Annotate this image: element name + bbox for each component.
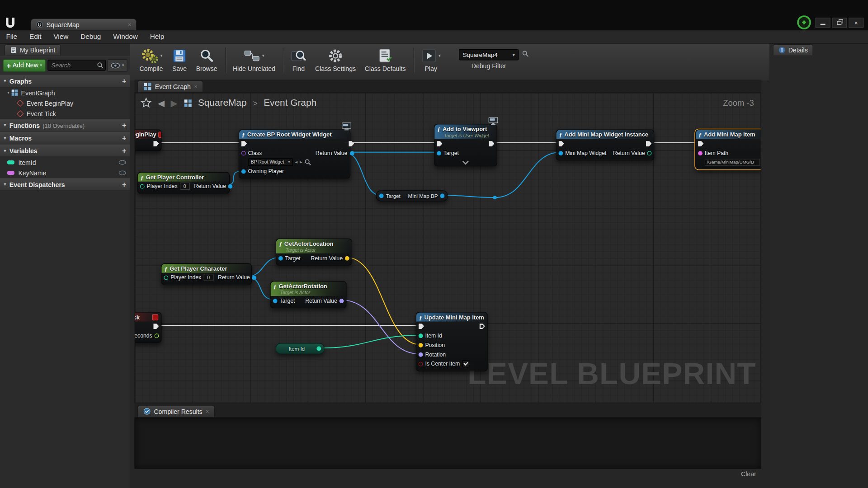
browse-to-icon[interactable]: ▸ <box>300 160 302 165</box>
section-header-event-dispatchers[interactable]: ▾Event Dispatchers+ <box>0 178 130 191</box>
object-pin[interactable] <box>349 151 354 155</box>
list-item-eventgraph[interactable]: ▾EventGraph <box>0 87 130 98</box>
eye-closed-icon[interactable] <box>118 170 126 175</box>
tab-event-graph[interactable]: Event Graph × <box>137 80 203 93</box>
menu-file[interactable]: File <box>0 30 24 43</box>
section-header-functions[interactable]: ▾Functions(18 Overridable)+ <box>0 119 130 131</box>
add-macros-button[interactable]: + <box>122 134 126 142</box>
close-button[interactable]: × <box>849 18 863 28</box>
exec-pin[interactable] <box>241 141 247 146</box>
exec-pin[interactable] <box>349 141 354 146</box>
close-tab-icon[interactable]: × <box>194 84 197 89</box>
int-pin[interactable] <box>647 151 651 155</box>
object-pin[interactable] <box>437 151 441 155</box>
section-header-macros[interactable]: ▾Macros+ <box>0 131 130 144</box>
add-variables-button[interactable]: + <box>122 146 126 155</box>
class-settings-button[interactable]: Class Settings <box>311 46 359 73</box>
node-update-minimap-item[interactable]: ƒUpdate Mini Map ItemItem IdPositionRota… <box>416 312 488 371</box>
exec-pin[interactable] <box>646 141 651 146</box>
exec-pin[interactable] <box>489 141 494 146</box>
node-get-player-character[interactable]: ƒGet Player CharacterPlayer Index0Return… <box>161 263 252 285</box>
node-getactorlocation[interactable]: ƒGetActorLocationTarget is ActorTargetRe… <box>276 239 352 266</box>
expand-arrow-icon[interactable]: ▾ <box>7 90 9 95</box>
window-tab-squaremap[interactable]: SquareMap × <box>30 18 137 30</box>
object-pin[interactable] <box>241 169 246 174</box>
is-center-item-checkbox[interactable] <box>462 360 469 367</box>
node-event-beginplay[interactable]: Event BeginPlay <box>135 130 162 151</box>
float-pin[interactable] <box>155 333 159 338</box>
exec-pin[interactable] <box>479 324 485 329</box>
tab-details[interactable]: Details <box>773 44 813 55</box>
event-graph-canvas[interactable]: LEVEL BLUEPRINT Event BeginPlayƒCreate B… <box>135 92 761 403</box>
close-tab-icon[interactable]: × <box>128 22 131 28</box>
menu-help[interactable]: Help <box>144 30 170 43</box>
list-item-event-tick[interactable]: Event Tick <box>0 108 130 119</box>
int-pin[interactable] <box>419 333 423 338</box>
add-new-button[interactable]: + Add New ▾ <box>3 59 46 71</box>
object-pin[interactable] <box>252 275 256 280</box>
chevron-down-icon[interactable]: ▾ <box>439 53 441 58</box>
breadcrumb-root[interactable]: SquareMap <box>198 98 247 108</box>
engine-status-icon[interactable] <box>797 15 811 30</box>
exec-pin[interactable] <box>153 141 159 146</box>
object-pin[interactable] <box>379 194 384 198</box>
exec-pin[interactable] <box>153 324 159 329</box>
node-add-to-viewport[interactable]: ƒAdd to ViewportTarget is User WidgetTar… <box>434 124 497 166</box>
list-item-event-beginplay[interactable]: Event BeginPlay <box>0 98 130 108</box>
node-set-minimap-bp[interactable]: TargetMini Map BP <box>376 190 448 201</box>
object-pin[interactable] <box>559 151 563 155</box>
debug-object-select[interactable]: SquareMap4 ▾ <box>459 49 519 60</box>
pick-asset-icon[interactable] <box>304 159 311 165</box>
chevron-down-icon[interactable]: ▾ <box>262 53 264 58</box>
vector-pin[interactable] <box>419 343 423 347</box>
add-graphs-button[interactable]: + <box>122 77 126 85</box>
class-pin[interactable] <box>241 151 246 155</box>
collapse-arrow-icon[interactable]: ▾ <box>4 182 6 187</box>
eye-closed-icon[interactable] <box>118 160 126 165</box>
object-pin[interactable] <box>273 299 278 303</box>
add-functions-button[interactable]: + <box>122 121 126 129</box>
exec-pin[interactable] <box>437 141 442 146</box>
section-header-variables[interactable]: ▾Variables+ <box>0 145 130 157</box>
int-pin[interactable] <box>316 347 321 351</box>
list-item-itemid[interactable]: ItemId <box>0 157 130 168</box>
view-options-button[interactable]: ▾ <box>108 59 127 71</box>
int-pin[interactable] <box>140 184 145 188</box>
bool-pin[interactable] <box>419 361 423 366</box>
object-pin[interactable] <box>440 194 444 198</box>
node-getactorrotation[interactable]: ƒGetActorRotationTarget is ActorTargetRe… <box>270 281 347 308</box>
player-index-value-field[interactable]: 0 <box>179 183 189 190</box>
play-button[interactable]: ▾Play <box>417 46 444 73</box>
collapse-arrow-icon[interactable]: ▾ <box>4 148 6 153</box>
rotator-pin[interactable] <box>340 299 344 303</box>
clear-button[interactable]: Clear <box>741 471 756 478</box>
node-event-tick[interactable]: Event TickDelta Seconds <box>135 312 162 343</box>
object-pin[interactable] <box>278 256 283 260</box>
add-event-dispatchers-button[interactable]: + <box>122 180 126 188</box>
close-tab-icon[interactable]: × <box>206 408 209 414</box>
string-pin[interactable] <box>698 151 703 155</box>
section-header-graphs[interactable]: ▾Graphs+ <box>0 75 130 87</box>
collapse-arrow-icon[interactable]: ▾ <box>4 136 6 141</box>
player-index-value-field[interactable]: 0 <box>203 274 213 281</box>
bookmark-star-icon[interactable] <box>141 98 151 108</box>
minimize-button[interactable] <box>816 18 830 28</box>
class-defaults-button[interactable]: Class Defaults <box>361 46 410 73</box>
collapse-arrow-icon[interactable]: ▾ <box>4 79 6 84</box>
tab-compiler-results[interactable]: Compiler Results × <box>137 405 215 417</box>
restore-button[interactable] <box>832 18 847 28</box>
vector-pin[interactable] <box>345 256 349 260</box>
history-back-icon[interactable]: ◀ <box>158 98 165 108</box>
save-button[interactable]: Save <box>168 46 191 73</box>
exec-pin[interactable] <box>559 141 564 146</box>
breadcrumb-current[interactable]: Event Graph <box>264 98 316 108</box>
collapse-arrow-icon[interactable]: ▾ <box>4 123 6 128</box>
hide-unrelated-button[interactable]: ▾Hide Unrelated <box>229 46 279 73</box>
debug-search-icon[interactable] <box>522 50 529 57</box>
list-item-keyname[interactable]: KeyName <box>0 168 130 178</box>
node-create-bp-root-widget[interactable]: ƒCreate BP Root Widget WidgetClassBP Roo… <box>239 130 350 179</box>
item-path-field[interactable]: /Game/MiniMap/UMG/B <box>705 159 760 166</box>
class-select-dropdown[interactable]: BP Root Widget▾ <box>248 158 293 166</box>
browse-button[interactable]: Browse <box>192 46 221 73</box>
object-pin[interactable] <box>228 184 233 188</box>
